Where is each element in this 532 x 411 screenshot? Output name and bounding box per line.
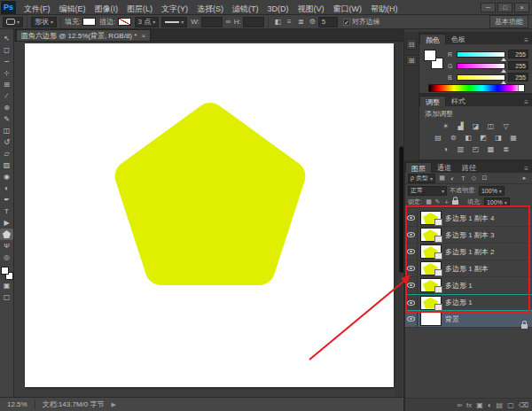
marquee-tool[interactable]: ◻ <box>0 44 13 56</box>
link-layers-icon[interactable]: ∞ <box>457 401 462 409</box>
curves-icon[interactable]: ◪ <box>470 121 481 131</box>
stroke-style-select[interactable]: ▾ <box>161 17 187 27</box>
layer-row[interactable]: 多边形 1 <box>405 277 532 294</box>
history-panel-icon[interactable]: ⊟ <box>406 39 417 50</box>
eye-icon[interactable] <box>407 300 415 306</box>
layer-row[interactable]: 背景 <box>405 311 532 328</box>
panel-menu-icon[interactable]: ≡ <box>520 36 532 44</box>
document-canvas[interactable] <box>25 43 394 387</box>
blend-mode-select[interactable]: 正常 ▾ <box>408 186 447 196</box>
gradient-map-icon[interactable]: ▩ <box>485 144 497 154</box>
move-tool[interactable]: ↖ <box>0 33 13 44</box>
visibility-cell[interactable] <box>405 244 418 260</box>
menu-item-6[interactable]: 滤镜(T) <box>228 4 263 13</box>
foreground-swatch[interactable] <box>424 50 436 61</box>
channel-slider-B[interactable] <box>457 74 505 81</box>
visibility-cell[interactable] <box>405 277 418 293</box>
black-white-icon[interactable]: ◧ <box>463 133 474 143</box>
filter-toggle-icon[interactable]: ▸ <box>520 174 529 183</box>
brush-tool[interactable]: ✎ <box>0 113 13 125</box>
invert-icon[interactable]: ◑ <box>440 144 451 154</box>
new-group-icon[interactable]: ▤ <box>497 401 504 409</box>
close-button[interactable]: × <box>514 3 529 12</box>
opacity-field[interactable]: 100% ▾ <box>479 186 505 196</box>
stroke-width-field[interactable]: 3 点 ▾ <box>135 17 160 27</box>
tab-color[interactable]: 颜色 <box>419 34 446 44</box>
menu-item-8[interactable]: 视图(V) <box>293 4 329 13</box>
visibility-cell[interactable] <box>405 311 418 327</box>
foreground-color-swatch[interactable] <box>1 267 9 275</box>
layer-row[interactable]: 多边形 1 副本 <box>405 260 532 277</box>
filter-shape-layers-icon[interactable]: ◇ <box>469 174 479 183</box>
crop-tool[interactable]: ⊞ <box>0 79 13 90</box>
fill-opacity-field[interactable]: 100% ▾ <box>484 198 510 207</box>
screen-mode-button[interactable]: ▢ <box>0 291 13 303</box>
selective-color-icon[interactable]: ≣ <box>500 144 512 154</box>
panel-menu-icon[interactable]: ≡ <box>520 98 532 106</box>
history-brush-tool[interactable]: ↺ <box>0 136 13 148</box>
zoom-level-field[interactable]: 12.5% <box>7 400 27 408</box>
channel-value-G[interactable]: 255 <box>508 61 529 70</box>
eraser-tool[interactable]: ▱ <box>0 148 13 159</box>
channel-slider-R[interactable] <box>457 51 505 58</box>
tab-styles[interactable]: 样式 <box>446 96 471 106</box>
maximize-button[interactable]: □ <box>497 3 512 12</box>
menu-item-7[interactable]: 3D(D) <box>263 4 293 13</box>
link-dimensions-icon[interactable]: ∞ <box>223 17 234 27</box>
tab-close-icon[interactable]: × <box>141 32 145 40</box>
photo-filter-icon[interactable]: ◩ <box>478 133 489 143</box>
lock-transparency-icon[interactable]: ▦ <box>425 198 433 206</box>
new-adjustment-layer-icon[interactable]: ◐ <box>488 401 492 409</box>
eye-icon[interactable] <box>407 249 415 254</box>
filter-smart-objects-icon[interactable]: ⊡ <box>480 174 489 183</box>
layer-thumbnail[interactable] <box>420 228 442 242</box>
properties-panel-icon[interactable]: ⊞ <box>406 55 417 66</box>
layer-row[interactable]: 多边形 1 <box>405 294 532 311</box>
fill-color-swatch[interactable] <box>82 18 96 26</box>
polygon-shape-tool[interactable] <box>0 229 13 240</box>
channel-slider-G[interactable] <box>457 63 505 69</box>
visibility-cell[interactable] <box>405 227 418 243</box>
tab-adjustments[interactable]: 调整 <box>419 96 446 106</box>
type-tool[interactable]: T <box>0 206 13 217</box>
visibility-cell[interactable] <box>405 260 418 276</box>
lasso-tool[interactable]: ∽ <box>0 56 13 67</box>
align-edges-checkbox[interactable]: ✓ <box>343 19 350 26</box>
eye-icon[interactable] <box>407 232 415 237</box>
path-selection-tool[interactable]: ▶ <box>0 217 13 229</box>
layer-row[interactable]: 多边形 1 副本 4 <box>405 210 532 227</box>
exposure-icon[interactable]: ◫ <box>485 121 497 131</box>
tab-paths[interactable]: 路径 <box>457 162 481 173</box>
quick-mask-button[interactable]: ▣ <box>0 280 13 291</box>
new-layer-icon[interactable]: ▢ <box>507 401 514 409</box>
color-balance-icon[interactable]: ⊚ <box>448 133 459 143</box>
channel-value-B[interactable]: 255 <box>508 73 529 81</box>
tab-swatches[interactable]: 色板 <box>446 34 471 44</box>
brightness-contrast-icon[interactable]: ☀ <box>440 121 451 131</box>
filter-adjustment-layers-icon[interactable]: ◐ <box>448 174 458 183</box>
white-chip[interactable] <box>518 85 524 91</box>
blur-tool[interactable]: ◉ <box>0 171 13 182</box>
layer-row[interactable]: 多边形 1 副本 2 <box>405 244 532 260</box>
lock-all-icon[interactable] <box>451 198 459 206</box>
vertical-scrollbar[interactable] <box>395 42 403 397</box>
path-arrangement-icon[interactable]: ≣ <box>295 17 307 27</box>
visibility-cell[interactable] <box>405 295 418 310</box>
eye-icon[interactable] <box>407 283 415 288</box>
layer-style-icon[interactable]: fx <box>466 401 472 409</box>
lock-position-icon[interactable]: + <box>442 198 450 206</box>
hue-saturation-icon[interactable]: ▤ <box>433 133 444 143</box>
menu-item-4[interactable]: 文字(Y) <box>157 4 192 13</box>
eye-icon[interactable] <box>407 316 415 322</box>
menu-item-10[interactable]: 帮助(H) <box>366 4 403 13</box>
filter-pixel-layers-icon[interactable]: ▦ <box>437 174 447 183</box>
menu-item-5[interactable]: 选择(S) <box>192 4 228 13</box>
stroke-color-swatch[interactable] <box>118 18 131 26</box>
eye-icon[interactable] <box>407 215 415 221</box>
channel-mixer-icon[interactable]: ◨ <box>493 133 505 143</box>
path-alignment-icon[interactable]: ≡ <box>284 17 295 27</box>
pen-tool[interactable]: ✒ <box>0 194 13 206</box>
color-spectrum-ramp[interactable] <box>428 84 525 92</box>
menu-item-3[interactable]: 图层(L) <box>122 4 157 13</box>
delete-layer-icon[interactable]: ⌫ <box>519 401 528 409</box>
